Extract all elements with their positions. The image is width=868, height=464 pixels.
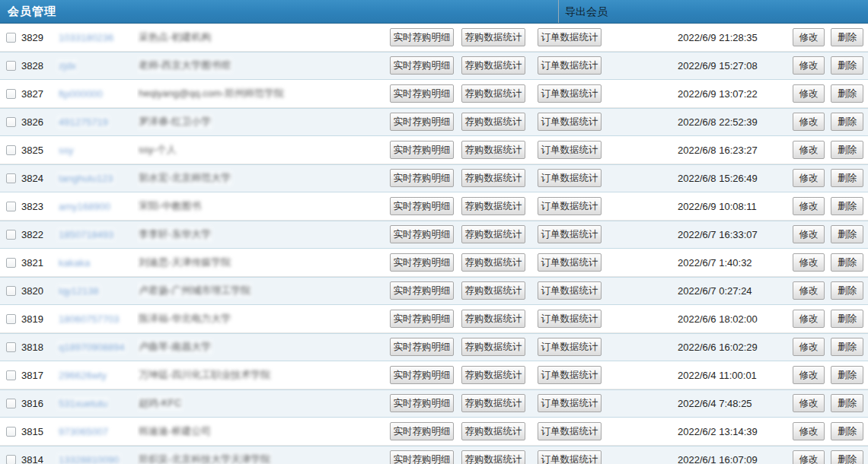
member-username-link[interactable]: 491275719 xyxy=(57,116,110,129)
export-members-button[interactable]: 导出会员 xyxy=(562,0,611,23)
edit-button[interactable]: 修改 xyxy=(793,366,825,384)
edit-button[interactable]: 修改 xyxy=(793,56,825,75)
edit-button[interactable]: 修改 xyxy=(793,281,825,300)
row-checkbox[interactable] xyxy=(6,61,16,71)
realtime-purchase-detail-button[interactable]: 实时荐购明细 xyxy=(390,281,454,300)
delete-button[interactable]: 删除 xyxy=(831,197,863,215)
delete-button[interactable]: 删除 xyxy=(831,394,863,412)
edit-button[interactable]: 修改 xyxy=(793,338,825,356)
recommend-data-stats-button[interactable]: 荐购数据统计 xyxy=(461,84,525,103)
edit-button[interactable]: 修改 xyxy=(793,394,825,412)
order-data-stats-button[interactable]: 订单数据统计 xyxy=(538,281,602,300)
delete-button[interactable]: 删除 xyxy=(831,450,863,464)
row-checkbox[interactable] xyxy=(6,33,16,43)
row-checkbox[interactable] xyxy=(6,342,16,352)
order-data-stats-button[interactable]: 订单数据统计 xyxy=(538,253,602,272)
row-checkbox[interactable] xyxy=(6,145,16,155)
row-checkbox[interactable] xyxy=(6,314,16,324)
order-data-stats-button[interactable]: 订单数据统计 xyxy=(538,113,602,131)
recommend-data-stats-button[interactable]: 荐购数据统计 xyxy=(461,197,525,215)
delete-button[interactable]: 删除 xyxy=(831,169,863,187)
row-checkbox[interactable] xyxy=(6,455,16,464)
member-username-link[interactable]: tanghulu123 xyxy=(57,172,115,185)
recommend-data-stats-button[interactable]: 荐购数据统计 xyxy=(461,28,525,46)
realtime-purchase-detail-button[interactable]: 实时荐购明细 xyxy=(390,197,454,215)
delete-button[interactable]: 删除 xyxy=(831,422,863,440)
recommend-data-stats-button[interactable]: 荐购数据统计 xyxy=(461,225,525,243)
realtime-purchase-detail-button[interactable]: 实时荐购明细 xyxy=(390,225,454,243)
member-username-link[interactable]: lqy12138 xyxy=(57,284,101,297)
realtime-purchase-detail-button[interactable]: 实时荐购明细 xyxy=(390,450,454,464)
order-data-stats-button[interactable]: 订单数据统计 xyxy=(538,225,602,243)
member-username-link[interactable]: zjdx xyxy=(57,59,78,72)
delete-button[interactable]: 删除 xyxy=(831,281,863,300)
edit-button[interactable]: 修改 xyxy=(793,450,825,464)
realtime-purchase-detail-button[interactable]: 实时荐购明细 xyxy=(390,310,454,328)
edit-button[interactable]: 修改 xyxy=(793,310,825,328)
member-username-link[interactable]: q18970908894 xyxy=(57,341,126,354)
realtime-purchase-detail-button[interactable]: 实时荐购明细 xyxy=(390,394,454,412)
edit-button[interactable]: 修改 xyxy=(793,197,825,215)
delete-button[interactable]: 删除 xyxy=(831,253,863,272)
row-checkbox[interactable] xyxy=(6,370,16,380)
row-checkbox[interactable] xyxy=(6,117,16,127)
edit-button[interactable]: 修改 xyxy=(793,253,825,272)
edit-button[interactable]: 修改 xyxy=(793,169,825,187)
edit-button[interactable]: 修改 xyxy=(793,28,825,46)
member-username-link[interactable]: 18060757703 xyxy=(57,313,121,326)
edit-button[interactable]: 修改 xyxy=(793,225,825,243)
edit-button[interactable]: 修改 xyxy=(793,141,825,159)
realtime-purchase-detail-button[interactable]: 实时荐购明细 xyxy=(390,28,454,46)
recommend-data-stats-button[interactable]: 荐购数据统计 xyxy=(461,366,525,384)
order-data-stats-button[interactable]: 订单数据统计 xyxy=(538,56,602,75)
row-checkbox[interactable] xyxy=(6,399,16,408)
realtime-purchase-detail-button[interactable]: 实时荐购明细 xyxy=(390,56,454,75)
order-data-stats-button[interactable]: 订单数据统计 xyxy=(538,84,602,103)
recommend-data-stats-button[interactable]: 荐购数据统计 xyxy=(461,169,525,187)
recommend-data-stats-button[interactable]: 荐购数据统计 xyxy=(461,281,525,300)
recommend-data-stats-button[interactable]: 荐购数据统计 xyxy=(461,450,525,464)
edit-button[interactable]: 修改 xyxy=(793,84,825,103)
delete-button[interactable]: 删除 xyxy=(831,28,863,46)
row-checkbox[interactable] xyxy=(6,230,16,240)
order-data-stats-button[interactable]: 订单数据统计 xyxy=(538,394,602,412)
order-data-stats-button[interactable]: 订单数据统计 xyxy=(538,169,602,187)
order-data-stats-button[interactable]: 订单数据统计 xyxy=(538,141,602,159)
realtime-purchase-detail-button[interactable]: 实时荐购明细 xyxy=(390,113,454,131)
delete-button[interactable]: 删除 xyxy=(831,310,863,328)
member-username-link[interactable]: amy168900 xyxy=(57,200,112,213)
row-checkbox[interactable] xyxy=(6,89,16,99)
row-checkbox[interactable] xyxy=(6,286,16,296)
member-username-link[interactable]: 1850718493 xyxy=(57,228,115,241)
realtime-purchase-detail-button[interactable]: 实时荐购明细 xyxy=(390,366,454,384)
delete-button[interactable]: 删除 xyxy=(831,56,863,75)
row-checkbox[interactable] xyxy=(6,202,16,211)
row-checkbox[interactable] xyxy=(6,258,16,268)
row-checkbox[interactable] xyxy=(6,427,16,437)
member-username-link[interactable]: 296626wty xyxy=(57,369,108,382)
realtime-purchase-detail-button[interactable]: 实时荐购明细 xyxy=(390,169,454,187)
member-username-link[interactable]: 973065007 xyxy=(57,425,110,438)
recommend-data-stats-button[interactable]: 荐购数据统计 xyxy=(461,310,525,328)
recommend-data-stats-button[interactable]: 荐购数据统计 xyxy=(461,422,525,440)
recommend-data-stats-button[interactable]: 荐购数据统计 xyxy=(461,56,525,75)
order-data-stats-button[interactable]: 订单数据统计 xyxy=(538,450,602,464)
realtime-purchase-detail-button[interactable]: 实时荐购明细 xyxy=(390,253,454,272)
order-data-stats-button[interactable]: 订单数据统计 xyxy=(538,366,602,384)
member-username-link[interactable]: kakaka xyxy=(57,256,91,269)
edit-button[interactable]: 修改 xyxy=(793,113,825,131)
edit-button[interactable]: 修改 xyxy=(793,422,825,440)
delete-button[interactable]: 删除 xyxy=(831,84,863,103)
recommend-data-stats-button[interactable]: 荐购数据统计 xyxy=(461,394,525,412)
member-username-link[interactable]: 1033180236 xyxy=(57,31,115,44)
order-data-stats-button[interactable]: 订单数据统计 xyxy=(538,28,602,46)
realtime-purchase-detail-button[interactable]: 实时荐购明细 xyxy=(390,141,454,159)
realtime-purchase-detail-button[interactable]: 实时荐购明细 xyxy=(390,422,454,440)
delete-button[interactable]: 删除 xyxy=(831,113,863,131)
order-data-stats-button[interactable]: 订单数据统计 xyxy=(538,422,602,440)
recommend-data-stats-button[interactable]: 荐购数据统计 xyxy=(461,253,525,272)
delete-button[interactable]: 删除 xyxy=(831,366,863,384)
row-checkbox[interactable] xyxy=(6,173,16,183)
recommend-data-stats-button[interactable]: 荐购数据统计 xyxy=(461,338,525,356)
member-username-link[interactable]: ssy xyxy=(57,144,75,157)
